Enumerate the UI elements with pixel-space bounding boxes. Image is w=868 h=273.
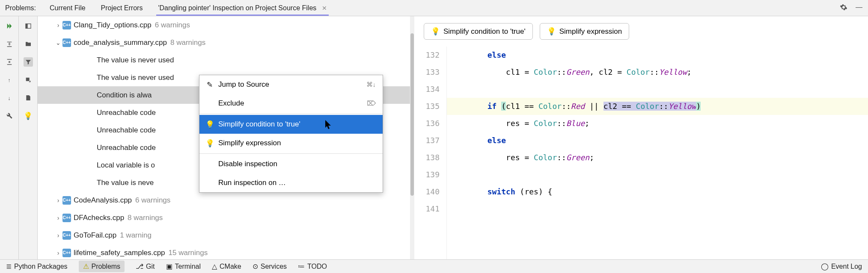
line-number: 140: [414, 183, 440, 200]
context-menu: ✎ Jump to Source ⌘↓ Exclude ⌦ 💡 Simplify…: [199, 75, 383, 193]
sb-terminal[interactable]: ▣Terminal: [166, 262, 201, 270]
problem-text: The value is neve: [84, 179, 154, 187]
bulb-icon: 💡: [205, 139, 214, 148]
warning-count: 8 warnings: [128, 214, 163, 222]
ctx-jump-to-source[interactable]: ✎ Jump to Source ⌘↓: [199, 75, 383, 94]
chevron-right-icon[interactable]: ›: [55, 197, 62, 204]
ctx-disable-inspection[interactable]: Disable inspection: [199, 155, 383, 173]
ctx-simplify-expr[interactable]: 💡 Simplify expression: [199, 134, 383, 153]
folder-icon[interactable]: [24, 39, 33, 49]
sb-todo[interactable]: ≔TODO: [298, 262, 327, 270]
gear-icon[interactable]: [839, 3, 848, 12]
run-icon[interactable]: [5, 21, 14, 31]
code-area: 132 133 134 135 136 137 138 139 140 141 …: [414, 47, 868, 261]
ctx-label: Disable inspection: [218, 160, 277, 168]
btn-label: Simplify condition to 'true': [443, 27, 526, 36]
cpp-file-icon: C++: [62, 21, 71, 29]
ctx-label: Simplify expression: [218, 139, 281, 147]
mouse-cursor-icon: [325, 120, 333, 132]
chevron-down-icon[interactable]: ⌄: [55, 39, 62, 46]
code-line: [447, 81, 868, 98]
chevron-right-icon[interactable]: ›: [55, 250, 62, 256]
ctx-label: Simplify condition to 'true': [218, 120, 300, 129]
warning-count: 15 warnings: [169, 249, 208, 257]
collapse-all-icon[interactable]: [5, 57, 14, 67]
file-name: Clang_Tidy_options.cpp: [74, 21, 152, 29]
ctx-run-inspection[interactable]: Run inspection on …: [199, 173, 383, 192]
log-icon: ◯: [821, 262, 829, 270]
filter-icon[interactable]: [24, 57, 33, 67]
line-number: 136: [414, 115, 440, 132]
services-icon: ⊙: [253, 262, 258, 270]
tab-project-errors[interactable]: Project Errors: [99, 1, 145, 15]
sb-cmake[interactable]: △CMake: [212, 262, 241, 270]
separator: [199, 114, 383, 114]
file-row[interactable]: › C++ Clang_Tidy_options.cpp 6 warnings: [38, 16, 414, 34]
minimize-icon[interactable]: —: [854, 3, 864, 12]
sb-event-log[interactable]: ◯Event Log: [821, 262, 862, 270]
autoscroll-icon[interactable]: [24, 75, 33, 85]
code-line-highlighted: if (cl1 == Color::Red || cl2 == Color::Y…: [447, 98, 868, 115]
export-icon[interactable]: [24, 93, 33, 103]
bulb-icon: 💡: [205, 120, 214, 129]
status-bar: ≣Python Packages ⚠Problems ⎇Git ▣Termina…: [0, 259, 868, 273]
line-number: 139: [414, 166, 440, 183]
bulb-icon[interactable]: 💡: [24, 111, 33, 120]
warning-icon: ⚠: [83, 262, 89, 270]
file-row[interactable]: › C++ DFAchecks.cpp 8 warnings: [38, 209, 414, 226]
layout-icon[interactable]: [24, 21, 33, 31]
wrench-icon[interactable]: [5, 111, 14, 120]
branch-icon: ⎇: [136, 262, 143, 270]
line-number: 141: [414, 200, 440, 217]
code-line: else: [447, 132, 868, 149]
toolbar-left-1: ↑ ↓: [0, 16, 19, 268]
cpp-file-icon: C++: [62, 38, 71, 47]
sb-git[interactable]: ⎇Git: [136, 262, 155, 270]
tab-current-file[interactable]: Current File: [48, 1, 87, 15]
tab-dangling-pointer[interactable]: 'Dangling pointer' Inspection on Project…: [156, 1, 328, 15]
sb-problems[interactable]: ⚠Problems: [79, 261, 125, 272]
ctx-exclude[interactable]: Exclude ⌦: [199, 94, 383, 113]
line-number: 137: [414, 132, 440, 149]
warning-count: 6 warnings: [155, 21, 190, 29]
problem-item[interactable]: The value is never used: [38, 51, 414, 69]
chevron-right-icon[interactable]: ›: [55, 214, 62, 221]
code-line: res = Color::Green;: [447, 149, 868, 166]
cpp-file-icon: C++: [62, 231, 71, 240]
problem-text: The value is never used: [84, 56, 174, 65]
vertical-scrollbar[interactable]: [410, 16, 414, 268]
todo-icon: ≔: [298, 262, 305, 270]
quickfix-bar: 💡Simplify condition to 'true' 💡Simplify …: [414, 16, 868, 47]
up-arrow-icon[interactable]: ↑: [5, 75, 14, 85]
shortcut: ⌘↓: [366, 81, 376, 88]
ctx-label: Exclude: [218, 99, 244, 108]
chevron-right-icon[interactable]: ›: [55, 232, 62, 239]
sb-services[interactable]: ⊙Services: [253, 262, 287, 270]
down-arrow-icon[interactable]: ↓: [5, 93, 14, 103]
file-row[interactable]: › C++ lifetime_safety_samples.cpp 15 war…: [38, 244, 414, 261]
quickfix-simplify-expr-button[interactable]: 💡Simplify expression: [540, 23, 629, 40]
expand-all-icon[interactable]: [5, 39, 14, 49]
cmake-icon: △: [212, 262, 217, 270]
sb-python-packages[interactable]: ≣Python Packages: [6, 262, 68, 270]
code-line: else: [447, 47, 868, 64]
gutter: 132 133 134 135 136 137 138 139 140 141: [414, 47, 447, 261]
chevron-right-icon[interactable]: ›: [55, 22, 62, 29]
stack-icon: ≣: [6, 262, 12, 270]
warning-count: 1 warning: [120, 231, 152, 240]
problem-text: The value is never used: [84, 73, 174, 82]
line-number: 132: [414, 47, 440, 64]
tab-label: 'Dangling pointer' Inspection on Project…: [158, 4, 316, 12]
file-row[interactable]: ⌄ C++ code_analysis_summary.cpp 8 warnin…: [38, 34, 414, 51]
file-row[interactable]: › C++ CodeAnalysis.cpp 6 warnings: [38, 191, 414, 209]
problem-text: Unreachable code: [84, 144, 156, 152]
ctx-simplify-true[interactable]: 💡 Simplify condition to 'true': [199, 115, 383, 134]
close-icon[interactable]: ✕: [322, 5, 327, 12]
svg-rect-1: [26, 24, 28, 29]
quickfix-simplify-true-button[interactable]: 💡Simplify condition to 'true': [424, 23, 533, 40]
ctx-label: Run inspection on …: [218, 179, 286, 187]
file-row[interactable]: › C++ GoToFail.cpp 1 warning: [38, 226, 414, 244]
cpp-file-icon: C++: [62, 196, 71, 205]
problem-text: Condition is alwa: [84, 91, 152, 100]
code-lines[interactable]: else cl1 = Color::Green, cl2 = Color::Ye…: [447, 47, 868, 261]
